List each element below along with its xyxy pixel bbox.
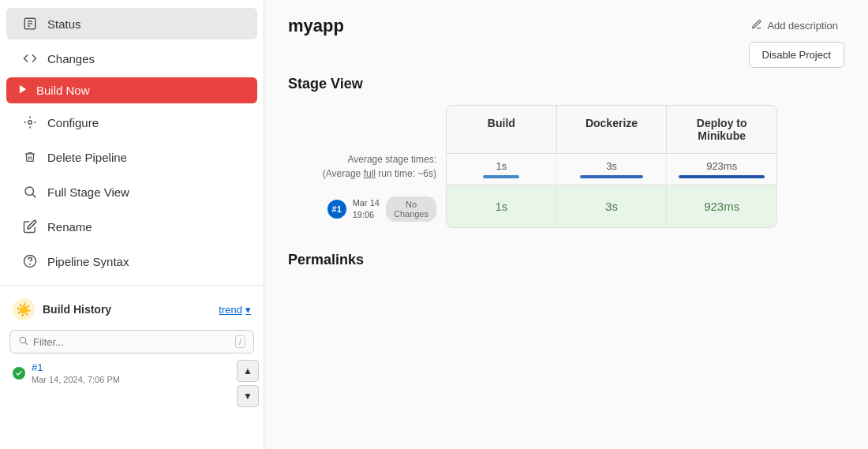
add-description-button[interactable]: Add description [745,16,844,36]
stage-data-deploy[interactable]: 923ms [667,185,776,227]
svg-point-6 [25,187,34,196]
svg-point-5 [28,121,32,125]
add-description-label: Add description [767,20,838,32]
search-icon [22,184,38,200]
filter-search-icon [18,335,28,348]
main-content: myapp Add description Disable Project St… [264,0,868,449]
svg-line-11 [25,342,28,345]
sidebar-item-full-stage-label: Full Stage View [47,185,129,199]
filter-row: / [9,330,254,354]
build-info: #1 Mar 14, 2024, 7:06 PM [32,361,120,384]
build-list-and-scroll: #1 Mar 14, 2024, 7:06 PM ▲ ▼ [0,357,264,410]
permalinks-title: Permalinks [288,252,844,268]
avg-label: Average stage times: (Average full run t… [323,152,436,181]
deploy-avg-time: 923ms [706,160,737,172]
stage-avg-row: 1s 3s 923ms [447,154,776,185]
sidebar-item-full-stage-view[interactable]: Full Stage View [6,176,257,208]
stage-col-deploy: Deploy to Minikube [667,106,776,153]
scroll-up-button[interactable]: ▲ [237,360,259,382]
scroll-controls: ▲ ▼ [232,357,264,410]
build-run-time: 19:06 [353,209,380,221]
dockerize-avg-time: 3s [606,160,617,172]
build-history-title: Build History [43,303,211,316]
build-run-info: Mar 14 19:06 [353,197,380,222]
stage-data-build[interactable]: 1s [447,185,557,227]
deploy-progress-bar [679,175,765,178]
sidebar-item-rename-label: Rename [47,220,92,234]
build-avg-time: 1s [496,160,507,172]
stage-col-dockerize: Dockerize [557,106,668,153]
pencil-icon [751,19,762,32]
svg-marker-4 [20,85,26,94]
filter-input[interactable] [33,336,235,348]
build-now-icon [17,84,28,97]
sidebar-item-delete-label: Delete Pipeline [47,151,127,164]
avg-label-line1: Average stage times: [323,152,436,167]
stage-data-dockerize[interactable]: 3s [557,185,668,227]
trend-link[interactable]: trend ▾ [219,304,251,316]
svg-point-9 [30,264,31,264]
stage-data-row: 1s 3s 923ms [447,185,776,227]
sidebar-item-rename[interactable]: Rename [6,211,257,242]
trend-label: trend [219,304,242,316]
sidebar-item-status[interactable]: Status [6,8,257,39]
stage-col-build: Build [447,106,557,153]
build-history-section: ☀️ Build History trend ▾ / [0,285,264,410]
sidebar-item-pipeline-syntax-label: Pipeline Syntax [47,255,129,268]
stage-avg-build: 1s [447,154,557,185]
build-list: #1 Mar 14, 2024, 7:06 PM [0,357,232,389]
delete-icon [22,149,38,165]
build-run: #1 Mar 14 19:06 NoChanges [327,196,436,222]
build-run-date: Mar 14 [353,197,380,209]
svg-point-10 [20,337,26,343]
build-now-button[interactable]: Build Now [6,77,257,103]
stage-view-container: Average stage times: (Average full run t… [288,105,844,228]
stage-avg-deploy: 923ms [667,154,776,185]
svg-line-7 [32,194,36,197]
dockerize-progress-bar [580,175,643,178]
avg-label-line2: (Average full run time: ~6s) [323,167,436,181]
sidebar-item-changes-label: Changes [47,52,95,65]
sidebar-item-delete-pipeline[interactable]: Delete Pipeline [6,141,257,173]
sidebar-item-changes[interactable]: Changes [6,43,257,74]
filter-shortcut: / [235,335,245,348]
stage-avg-dockerize: 3s [557,154,668,185]
sidebar-item-configure[interactable]: Configure [6,107,257,138]
top-actions: Add description Disable Project [745,16,844,68]
stage-table: Build Dockerize Deploy to Minikube 1s 3s [446,105,777,228]
build-progress-bar [483,175,519,178]
chevron-down-icon: ▾ [245,304,251,316]
help-icon [22,253,38,269]
stage-view-section: Stage View Average stage times: (Average… [288,76,844,228]
build-badge: #1 [327,200,346,219]
scroll-down-button[interactable]: ▼ [237,385,259,407]
configure-icon [22,114,38,130]
sidebar: Status Changes Build Now Configure [0,0,264,449]
sidebar-item-configure-label: Configure [47,116,99,129]
permalinks-section: Permalinks [288,252,844,268]
build-link[interactable]: #1 [32,361,120,373]
no-changes-pill: NoChanges [386,196,436,222]
build-now-label: Build Now [36,84,90,97]
sidebar-item-pipeline-syntax[interactable]: Pipeline Syntax [6,245,257,277]
build-success-icon [13,367,25,380]
build-history-header: ☀️ Build History trend ▾ [0,292,264,327]
disable-project-button[interactable]: Disable Project [749,42,844,68]
rename-icon [22,219,38,234]
stage-left-info: Average stage times: (Average full run t… [288,105,446,222]
build-date: Mar 14, 2024, 7:06 PM [32,375,120,384]
list-item[interactable]: #1 Mar 14, 2024, 7:06 PM [0,357,232,389]
weather-icon: ☀️ [13,298,35,320]
status-icon [22,16,38,32]
stage-view-title: Stage View [288,76,844,92]
changes-icon [22,51,38,66]
stage-header-row: Build Dockerize Deploy to Minikube [447,106,776,154]
sidebar-item-status-label: Status [47,17,81,31]
